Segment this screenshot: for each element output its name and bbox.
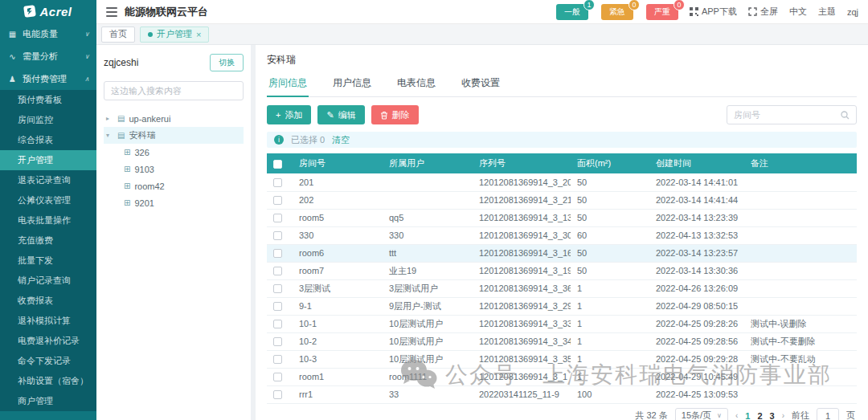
switch-account-button[interactable]: 切换	[210, 54, 244, 71]
sidebar-item[interactable]: 命令下发记录	[0, 351, 96, 371]
table-cell: 业主19	[383, 262, 473, 279]
table-row[interactable]: room1room111112012081369914_3_112022-04-…	[267, 368, 857, 385]
tree-node[interactable]: ▸▤up-ankerui	[104, 110, 244, 127]
alarm-chip[interactable]: 一般1	[556, 4, 588, 20]
page-number[interactable]: 3	[770, 411, 775, 420]
add-button[interactable]: + 添加	[267, 105, 311, 124]
nav-tag[interactable]: 开户管理×	[140, 27, 209, 43]
tree-node[interactable]: ▾▤安科瑞	[104, 127, 244, 144]
edit-button[interactable]: ✎ 编辑	[317, 105, 364, 124]
select-all-checkbox[interactable]	[273, 160, 282, 169]
delete-button[interactable]: 删除	[371, 105, 419, 124]
sidebar-item[interactable]: 充值缴费	[0, 230, 96, 251]
table-row[interactable]: room7业主1912012081369914_3_19502022-03-14…	[267, 262, 857, 279]
sidebar-group-label: 电能质量	[23, 28, 58, 40]
table-row[interactable]: 33033012012081369914_3_30602022-04-13 13…	[267, 226, 857, 244]
table-cell: room7	[293, 262, 383, 279]
theme-switcher[interactable]: 主题	[818, 6, 836, 18]
sidebar-item[interactable]: 电表批量操作	[0, 210, 96, 230]
tree-leaf-node[interactable]: ⊞room42	[104, 177, 244, 194]
sidebar-item[interactable]: 批量下发	[0, 251, 96, 271]
goto-page-input[interactable]	[817, 408, 839, 420]
sidebar-item[interactable]: 退表记录查询	[0, 170, 96, 190]
alarm-chip[interactable]: 紧急0	[601, 4, 633, 20]
table-cell: 12012081369914_3_16	[473, 244, 571, 262]
sidebar-group-1[interactable]: ▦电能质量∨	[0, 22, 96, 45]
close-icon[interactable]: ×	[196, 30, 201, 39]
table-cell	[744, 385, 857, 403]
sidebar-item[interactable]: 退补模拟计算	[0, 311, 96, 331]
goto-label: 前往	[792, 410, 809, 420]
row-checkbox[interactable]	[273, 267, 282, 275]
sidebar-item[interactable]: 预付费看板	[0, 90, 96, 110]
app-download-link[interactable]: APP下载	[690, 6, 737, 18]
table-cell: 2022-04-25 09:28:56	[649, 332, 744, 350]
clear-selection-link[interactable]: 清空	[332, 134, 350, 146]
page-number[interactable]: 2	[757, 411, 762, 420]
row-checkbox[interactable]	[273, 249, 282, 258]
sidebar-item[interactable]: 房间监控	[0, 110, 96, 130]
row-checkbox[interactable]	[273, 214, 282, 222]
table-row[interactable]: room5qq512012081369914_3_13502022-03-14 …	[267, 209, 857, 226]
row-checkbox[interactable]	[273, 196, 282, 205]
search-icon[interactable]	[841, 111, 850, 120]
tab-用户信息[interactable]: 用户信息	[331, 72, 373, 96]
table-row[interactable]: 10-110层测试用户12012081369914_3_3312022-04-2…	[267, 315, 857, 332]
tab-收费设置[interactable]: 收费设置	[460, 72, 502, 96]
row-checkbox[interactable]	[273, 231, 282, 240]
sidebar-group-3[interactable]: ♟预付费管理∧	[0, 67, 96, 90]
table-row[interactable]: 20212012081369914_3_21502022-03-14 14:41…	[267, 191, 857, 209]
tab-房间信息[interactable]: 房间信息	[267, 72, 309, 97]
qr-code-icon	[690, 7, 698, 16]
sidebar-item[interactable]: 电费退补价记录	[0, 331, 96, 351]
sidebar-group-2[interactable]: ∿需量分析∨	[0, 45, 96, 67]
table-row[interactable]: 3层测试3层测试用户12012081369914_3_3612022-04-26…	[267, 279, 857, 297]
row-checkbox[interactable]	[273, 302, 282, 311]
language-switcher[interactable]: 中文	[789, 6, 807, 18]
next-page-button[interactable]: ›	[782, 411, 784, 420]
table-row[interactable]: 20112012081369914_3_20502022-03-14 14:41…	[267, 173, 857, 191]
row-checkbox[interactable]	[273, 355, 282, 364]
table-row[interactable]: room6ttt12012081369914_3_16502022-03-14 …	[267, 244, 857, 262]
table-cell	[744, 191, 857, 209]
sidebar-item[interactable]: 补助设置（宿舍）	[0, 371, 96, 391]
row-checkbox[interactable]	[273, 284, 282, 293]
row-checkbox[interactable]	[273, 337, 282, 346]
table-cell: 9层用户-测试	[383, 297, 473, 315]
row-checkbox[interactable]	[273, 373, 282, 381]
alarm-chip[interactable]: 严重0	[646, 4, 678, 20]
table-row[interactable]: 10-210层测试用户12012081369914_3_3412022-04-2…	[267, 332, 857, 350]
tab-电表信息[interactable]: 电表信息	[395, 72, 437, 96]
room-search-input[interactable]	[734, 110, 836, 120]
page-size-select[interactable]: 15条/页 ∨	[675, 408, 728, 420]
table-cell	[383, 173, 473, 191]
user-menu[interactable]: zqj	[847, 7, 858, 17]
table-cell: 10-2	[293, 332, 383, 350]
sidebar-item[interactable]: 开户管理	[0, 150, 96, 170]
sidebar-item[interactable]: 综合报表	[0, 130, 96, 150]
sidebar-item[interactable]: 销户记录查询	[0, 271, 96, 291]
table-row[interactable]: 10-310层测试用户12012081369914_3_3512022-04-2…	[267, 350, 857, 368]
nav-tag[interactable]: 首页	[101, 27, 135, 43]
room-search-box	[727, 105, 857, 124]
table-cell: 12012081369914_3_35	[473, 350, 571, 368]
tree-leaf-node[interactable]: ⊞326	[104, 144, 244, 161]
sidebar-item[interactable]: 收费报表	[0, 291, 96, 311]
sidebar-item[interactable]: 商户管理	[0, 391, 96, 411]
row-checkbox-cell	[267, 191, 293, 209]
table-row[interactable]: 9-19层用户-测试12012081369914_3_2912022-04-29…	[267, 297, 857, 315]
prev-page-button[interactable]: ‹	[735, 411, 738, 420]
row-checkbox[interactable]	[273, 390, 282, 399]
menu-collapse-icon[interactable]	[106, 7, 117, 17]
table-row[interactable]: rrr133202203141125_11-91002022-04-25 13:…	[267, 385, 857, 403]
tree-leaf-node[interactable]: ⊞9103	[104, 161, 244, 177]
selection-info-bar: i 已选择 0 清空	[267, 132, 857, 148]
tree-search-input[interactable]	[104, 81, 244, 100]
page-number[interactable]: 1	[745, 411, 750, 420]
row-checkbox[interactable]	[273, 178, 282, 187]
sidebar-item[interactable]: 公摊仪表管理	[0, 190, 96, 210]
sidebar: Acrel ▦电能质量∨∿需量分析∨♟预付费管理∧预付费看板房间监控综合报表开户…	[0, 0, 96, 420]
fullscreen-link[interactable]: 全屏	[748, 6, 778, 18]
tree-leaf-node[interactable]: ⊞9201	[104, 194, 244, 211]
row-checkbox[interactable]	[273, 320, 282, 328]
